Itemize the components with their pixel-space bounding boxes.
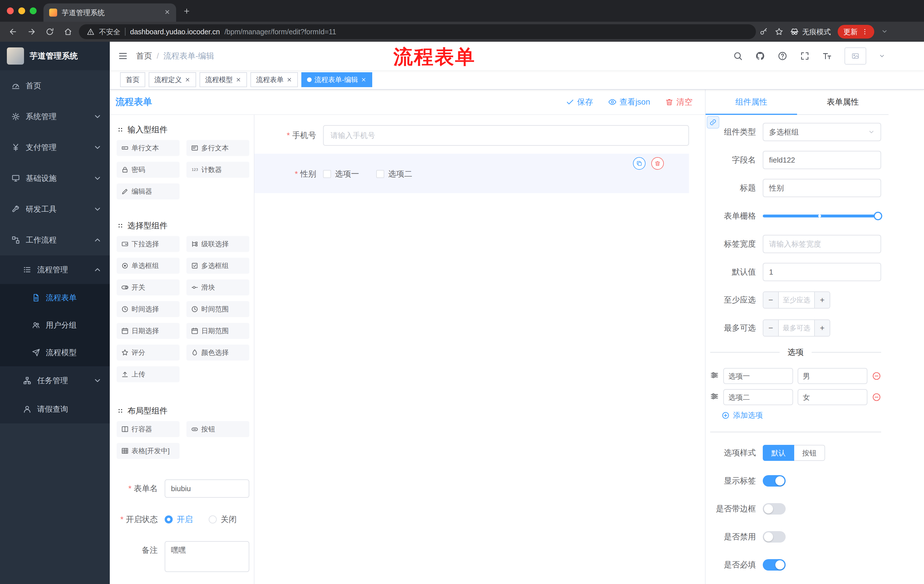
window-zoom-button[interactable] xyxy=(30,7,36,14)
max-stepper-value[interactable]: 最多可选 xyxy=(778,320,815,336)
component-type-select[interactable]: 多选框组 xyxy=(763,123,881,141)
browser-tab[interactable]: 芋道管理系统 xyxy=(43,3,176,22)
palette-item-single-text[interactable]: 单行文本 xyxy=(117,140,180,156)
address-bar[interactable]: 不安全 dashboard.yudao.iocoder.cn/bpm/manag… xyxy=(79,24,756,39)
close-icon[interactable] xyxy=(185,77,190,82)
sidebar-item-task-mgmt[interactable]: 任务管理 xyxy=(0,366,110,395)
palette-item-row-container[interactable]: 行容器 xyxy=(117,421,180,437)
checkbox-option-1[interactable]: 选项一 xyxy=(323,169,359,179)
delete-field-button[interactable] xyxy=(651,157,664,170)
palette-item-cascader[interactable]: 级联选择 xyxy=(186,236,249,252)
option-label-input[interactable] xyxy=(723,389,793,405)
palette-item-date-picker[interactable]: 日期选择 xyxy=(117,323,180,339)
palette-item-table[interactable]: 表格[开发中] xyxy=(117,443,180,459)
close-icon[interactable] xyxy=(361,77,366,82)
palette-item-button[interactable]: 按钮 xyxy=(186,421,249,437)
slider-handle[interactable] xyxy=(874,212,882,220)
palette-item-date-range[interactable]: 日期范围 xyxy=(186,323,249,339)
increase-button[interactable]: + xyxy=(815,320,830,336)
tag-process-model[interactable]: 流程模型 xyxy=(200,72,247,87)
password-key-icon[interactable] xyxy=(759,28,768,36)
required-switch[interactable] xyxy=(763,559,785,571)
sidebar-item-system[interactable]: 系统管理 xyxy=(0,101,110,132)
clear-button[interactable]: 清空 xyxy=(665,97,693,107)
remove-option-button[interactable] xyxy=(872,393,881,402)
tag-process-form[interactable]: 流程表单 xyxy=(251,72,298,87)
palette-item-select[interactable]: 下拉选择 xyxy=(117,236,180,252)
palette-item-counter[interactable]: 计数器 xyxy=(186,162,249,178)
avatar[interactable] xyxy=(845,48,866,64)
form-name-input[interactable] xyxy=(165,479,249,498)
copy-field-button[interactable] xyxy=(633,157,645,170)
back-icon[interactable] xyxy=(6,24,21,39)
palette-item-time-picker[interactable]: 时间选择 xyxy=(117,301,180,317)
sidebar-item-leave-query[interactable]: 请假查询 xyxy=(0,395,110,423)
status-radio-on[interactable]: 开启 xyxy=(165,514,193,525)
form-remark-textarea[interactable]: 嘿嘿 xyxy=(165,541,249,572)
palette-item-checkbox-group[interactable]: 多选框组 xyxy=(186,258,249,274)
drag-handle-icon[interactable] xyxy=(710,392,719,403)
view-json-button[interactable]: 查看json xyxy=(608,97,650,107)
chrome-update-button[interactable]: 更新 xyxy=(838,25,874,39)
style-button-button[interactable]: 按钮 xyxy=(794,445,825,461)
palette-item-textarea[interactable]: 多行文本 xyxy=(186,140,249,156)
avatar-caret-icon[interactable] xyxy=(879,51,885,61)
drag-handle-icon[interactable] xyxy=(710,371,719,382)
sidebar-item-home[interactable]: 首页 xyxy=(0,70,110,101)
tab-component-props[interactable]: 组件属性 xyxy=(706,90,797,114)
sidebar-collapse-icon[interactable] xyxy=(110,42,136,70)
sidebar-item-user-group[interactable]: 用户分组 xyxy=(0,311,110,339)
new-tab-button[interactable] xyxy=(183,7,190,17)
status-radio-off[interactable]: 关闭 xyxy=(209,514,237,525)
palette-item-editor[interactable]: 编辑器 xyxy=(117,183,180,199)
sidebar-logo[interactable]: 芋道管理系统 xyxy=(0,42,110,70)
disabled-switch[interactable] xyxy=(763,531,785,543)
sidebar-item-payment[interactable]: 支付管理 xyxy=(0,132,110,163)
palette-item-color-picker[interactable]: 颜色选择 xyxy=(186,345,249,360)
home-icon[interactable] xyxy=(61,24,76,39)
tab-close-icon[interactable] xyxy=(164,8,170,17)
sidebar-item-infra[interactable]: 基础设施 xyxy=(0,163,110,194)
label-width-input[interactable] xyxy=(763,235,881,253)
sidebar-item-process-model[interactable]: 流程模型 xyxy=(0,339,110,366)
forward-icon[interactable] xyxy=(24,24,39,39)
search-icon[interactable] xyxy=(733,51,743,61)
sidebar-item-workflow[interactable]: 工作流程 xyxy=(0,225,110,255)
checkbox-option-2[interactable]: 选项二 xyxy=(376,169,412,179)
palette-item-upload[interactable]: 上传 xyxy=(117,366,180,382)
decrease-button[interactable]: − xyxy=(763,320,778,336)
min-stepper-value[interactable]: 至少应选 xyxy=(778,292,815,308)
palette-item-slider[interactable]: 滑块 xyxy=(186,280,249,295)
sidebar-item-process-form[interactable]: 流程表单 xyxy=(0,284,110,311)
add-option-button[interactable]: 添加选项 xyxy=(722,410,881,420)
remove-option-button[interactable] xyxy=(872,372,881,380)
toolbar-overflow-caret-icon[interactable] xyxy=(881,26,888,37)
bookmark-star-icon[interactable] xyxy=(775,28,783,36)
tab-form-props[interactable]: 表单属性 xyxy=(797,90,889,114)
palette-item-rate[interactable]: 评分 xyxy=(117,345,180,360)
save-button[interactable]: 保存 xyxy=(566,97,593,107)
fullscreen-icon[interactable] xyxy=(800,51,810,61)
canvas-field-phone[interactable]: 手机号 xyxy=(254,125,689,146)
option-value-input[interactable] xyxy=(798,368,867,384)
decrease-button[interactable]: − xyxy=(763,292,778,308)
increase-button[interactable]: + xyxy=(815,292,830,308)
palette-item-time-range[interactable]: 时间范围 xyxy=(186,301,249,317)
tag-process-definition[interactable]: 流程定义 xyxy=(148,72,196,87)
chrome-menu-dots-icon[interactable] xyxy=(861,28,868,35)
help-icon[interactable] xyxy=(778,51,787,61)
option-label-input[interactable] xyxy=(723,368,793,384)
sidebar-item-devtools[interactable]: 研发工具 xyxy=(0,194,110,225)
reload-icon[interactable] xyxy=(42,24,57,39)
tag-process-form-edit[interactable]: 流程表单-编辑 xyxy=(301,72,372,87)
option-value-input[interactable] xyxy=(798,389,867,405)
border-switch[interactable] xyxy=(763,503,785,515)
close-icon[interactable] xyxy=(287,77,292,82)
close-icon[interactable] xyxy=(236,77,241,82)
field-name-input[interactable] xyxy=(763,151,881,169)
github-icon[interactable] xyxy=(755,51,765,61)
default-value-input[interactable] xyxy=(763,263,881,281)
grid-slider[interactable] xyxy=(763,207,881,225)
breadcrumb-home[interactable]: 首页 xyxy=(136,51,152,61)
palette-item-switch[interactable]: 开关 xyxy=(117,280,180,295)
